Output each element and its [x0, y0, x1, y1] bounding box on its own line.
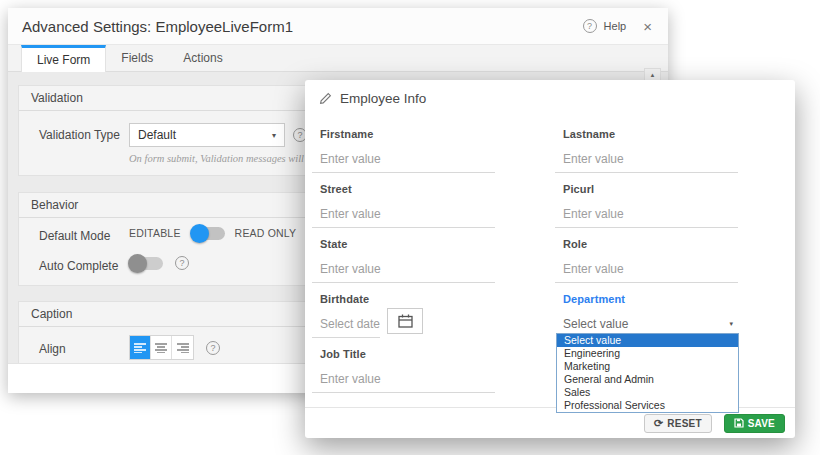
street-input[interactable] — [312, 207, 495, 228]
field-department: Department Select value ▾ — [555, 293, 738, 333]
field-state: State — [312, 238, 495, 283]
close-icon[interactable]: × — [643, 18, 652, 35]
firstname-input[interactable] — [312, 152, 495, 173]
picurl-input[interactable] — [555, 207, 738, 228]
help-circle-icon[interactable]: ? — [583, 19, 597, 33]
align-left-button[interactable] — [130, 336, 151, 359]
lastname-input[interactable] — [555, 152, 738, 173]
save-button-label: SAVE — [748, 418, 775, 429]
field-label: Lastname — [555, 128, 738, 140]
dropdown-option[interactable]: General and Admin — [557, 373, 738, 386]
chevron-down-icon: ▾ — [272, 131, 276, 140]
birthdate-input[interactable] — [312, 317, 380, 338]
save-button[interactable]: SAVE — [724, 414, 785, 433]
screen: Advanced Settings: EmployeeLiveForm1 ? H… — [0, 0, 820, 455]
dialog-title: Advanced Settings: EmployeeLiveForm1 — [22, 18, 583, 35]
editable-option-label: EDITABLE — [129, 227, 181, 239]
tab-actions[interactable]: Actions — [168, 45, 237, 71]
tab-live-form[interactable]: Live Form — [21, 45, 106, 72]
employee-info-form: Employee Info Firstname Lastname Street … — [305, 80, 795, 438]
dropdown-option[interactable]: Professional Services — [557, 399, 738, 412]
field-label: Street — [312, 183, 495, 195]
auto-complete-label: Auto Complete — [39, 259, 118, 273]
reset-button[interactable]: ⟳ RESET — [644, 414, 712, 433]
scroll-up-icon: ▲ — [650, 72, 656, 78]
refresh-icon: ⟳ — [654, 418, 663, 429]
department-select[interactable]: Select value ▾ — [555, 317, 738, 331]
help-link[interactable]: Help — [604, 20, 627, 32]
department-dropdown-list: Select value Engineering Marketing Gener… — [556, 333, 739, 413]
form-title-row: Employee Info — [319, 91, 426, 106]
calendar-icon — [398, 314, 413, 328]
default-mode-toggle[interactable] — [191, 227, 225, 240]
calendar-button[interactable] — [387, 308, 423, 334]
field-birthdate: Birthdate — [312, 293, 495, 338]
dropdown-option[interactable]: Select value — [557, 334, 738, 347]
field-label: Birthdate — [312, 293, 495, 305]
read-only-option-label: READ ONLY — [235, 227, 297, 239]
align-button-group — [129, 335, 194, 360]
tab-fields[interactable]: Fields — [106, 45, 168, 71]
field-label: State — [312, 238, 495, 250]
auto-complete-toggle[interactable] — [129, 257, 163, 270]
default-mode-label: Default Mode — [39, 229, 110, 243]
department-select-value: Select value — [563, 317, 628, 331]
dropdown-option[interactable]: Sales — [557, 386, 738, 399]
reset-button-label: RESET — [667, 418, 701, 429]
validation-type-value: Default — [138, 128, 176, 142]
state-input[interactable] — [312, 262, 495, 283]
field-street: Street — [312, 183, 495, 228]
field-lastname: Lastname — [555, 128, 738, 173]
dropdown-option[interactable]: Engineering — [557, 347, 738, 360]
field-job-title: Job Title — [312, 348, 495, 393]
validation-type-select[interactable]: Default ▾ — [129, 123, 285, 147]
field-firstname: Firstname — [312, 128, 495, 173]
field-label: Firstname — [312, 128, 495, 140]
align-right-button[interactable] — [172, 336, 193, 359]
field-label: Role — [555, 238, 738, 250]
settings-tabbar: Live Form Fields Actions — [8, 45, 668, 72]
pencil-edit-icon — [319, 92, 332, 105]
role-input[interactable] — [555, 262, 738, 283]
toggle-knob — [190, 224, 209, 243]
align-center-button[interactable] — [151, 336, 172, 359]
align-label: Align — [39, 342, 66, 356]
dialog-header: Advanced Settings: EmployeeLiveForm1 ? H… — [8, 8, 668, 45]
form-title: Employee Info — [340, 91, 426, 106]
auto-complete-help-icon[interactable]: ? — [175, 256, 189, 270]
field-label: Picurl — [555, 183, 738, 195]
dropdown-option[interactable]: Marketing — [557, 360, 738, 373]
field-label: Department — [555, 293, 738, 305]
field-picurl: Picurl — [555, 183, 738, 228]
toggle-knob — [128, 254, 147, 273]
validation-type-label: Validation Type — [39, 128, 120, 142]
save-floppy-icon — [734, 418, 744, 428]
chevron-down-icon: ▾ — [729, 320, 733, 328]
job-title-input[interactable] — [312, 372, 495, 393]
align-help-icon[interactable]: ? — [206, 341, 220, 355]
field-role: Role — [555, 238, 738, 283]
field-label: Job Title — [312, 348, 495, 360]
